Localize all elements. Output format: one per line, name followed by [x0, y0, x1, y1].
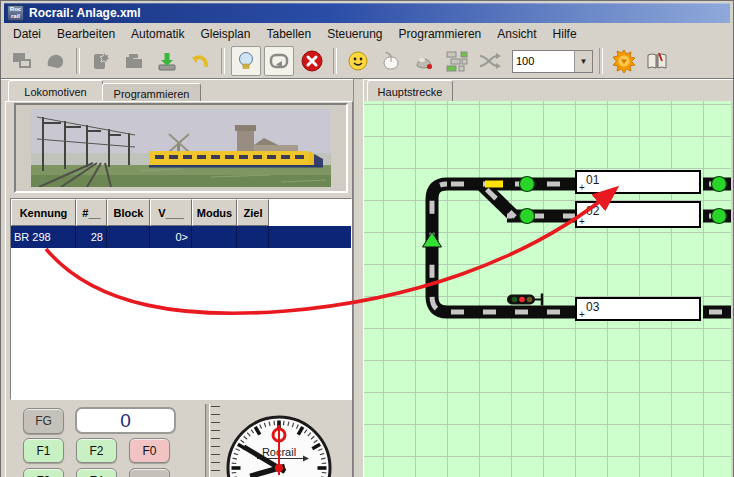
col-nr[interactable]: #__: [76, 199, 107, 226]
cell-modus: [192, 226, 237, 248]
slider-track[interactable]: [205, 404, 210, 477]
toolbar-divider: [1, 78, 733, 80]
menu-programmieren[interactable]: Programmieren: [391, 25, 490, 43]
menu-ansicht[interactable]: Ansicht: [489, 25, 544, 43]
new-file-icon[interactable]: [86, 46, 116, 76]
shuffle-icon[interactable]: [475, 46, 505, 76]
f3-button[interactable]: F3: [23, 468, 64, 477]
toolbar-separator: [76, 48, 80, 74]
block-03[interactable]: 03 +: [575, 297, 701, 321]
fast-clock: Rocrail: [223, 412, 335, 477]
menu-steuerung[interactable]: Steuerung: [319, 25, 390, 43]
fg-button[interactable]: FG: [23, 408, 64, 434]
f2-button[interactable]: F2: [76, 438, 117, 463]
main-toolbar: ▼: [5, 45, 729, 77]
block-02-plus: +: [579, 216, 585, 227]
power-lamp-icon[interactable]: [231, 46, 261, 76]
speed-slider[interactable]: [203, 404, 221, 477]
toolbar-separator: [333, 48, 337, 74]
block-01-plus: +: [579, 182, 585, 193]
loco-image-frame: [14, 103, 348, 193]
loco-table-header: Kennung #__ Block V___ Modus Ziel: [11, 199, 351, 226]
tab-programmieren-label: Programmieren: [114, 88, 190, 100]
track-plan-canvas[interactable]: [364, 101, 731, 477]
ghost-mouse-icon[interactable]: [409, 46, 439, 76]
next-functions-button[interactable]: >>: [129, 468, 170, 477]
smiley-icon[interactable]: [343, 46, 373, 76]
block-03-label: 03: [586, 300, 599, 314]
menu-datei[interactable]: Datei: [5, 25, 49, 43]
tab-lokomotiven-label: Lokomotiven: [24, 86, 86, 98]
tab-programmieren[interactable]: Programmieren: [102, 83, 201, 103]
col-block[interactable]: Block: [107, 199, 150, 226]
menu-gleisplan[interactable]: Gleisplan: [192, 25, 258, 43]
tab-hauptstrecke[interactable]: Hauptstrecke: [367, 80, 453, 103]
menu-bar: Datei Bearbeiten Automatik Gleisplan Tab…: [5, 24, 729, 44]
panel-splitter[interactable]: [353, 79, 364, 477]
help-book-icon[interactable]: [642, 46, 672, 76]
workspace-icon[interactable]: [7, 46, 37, 76]
loco-row-br298[interactable]: BR 298 28 0>: [11, 226, 351, 248]
block-01[interactable]: 01 +: [575, 170, 701, 194]
col-kennung[interactable]: Kennung: [11, 199, 76, 226]
power-icon[interactable]: [40, 46, 70, 76]
properties-sun-icon[interactable]: [609, 46, 639, 76]
menu-hilfe[interactable]: Hilfe: [545, 25, 585, 43]
speed-display: 0: [75, 407, 176, 434]
zoom-combobox[interactable]: ▼: [512, 50, 593, 73]
block-03-plus: +: [579, 309, 585, 320]
mouse-icon[interactable]: [376, 46, 406, 76]
f1-button[interactable]: F1: [23, 438, 64, 463]
loco-table: Kennung #__ Block V___ Modus Ziel BR 298…: [10, 198, 352, 400]
cell-nr: 28: [76, 226, 107, 248]
block-02-label: 02: [586, 204, 599, 218]
col-v[interactable]: V___: [150, 199, 192, 226]
cell-ziel: [237, 226, 269, 248]
auto-loop-icon[interactable]: [264, 46, 294, 76]
zoom-dropdown-arrow[interactable]: ▼: [574, 51, 592, 72]
cell-block: [107, 226, 150, 248]
cell-v: 0>: [150, 226, 192, 248]
tab-hauptstrecke-label: Hauptstrecke: [378, 86, 443, 98]
f4-button[interactable]: F4: [76, 468, 117, 477]
toolbar-separator: [221, 48, 225, 74]
menu-bearbeiten[interactable]: Bearbeiten: [49, 25, 123, 43]
title-bar[interactable]: Rocrail Rocrail: Anlage.xml: [4, 3, 730, 23]
save-icon[interactable]: [152, 46, 182, 76]
window-title: Rocrail: Anlage.xml: [29, 6, 141, 20]
loco-preview-image: [31, 109, 331, 187]
block-02[interactable]: 02 +: [575, 201, 701, 228]
rocrail-window: Rocrail Rocrail: Anlage.xml Datei Bearbe…: [0, 0, 734, 477]
app-icon: Rocrail: [7, 5, 24, 21]
menu-automatik[interactable]: Automatik: [123, 25, 192, 43]
col-ziel[interactable]: Ziel: [237, 199, 269, 226]
block-01-label: 01: [586, 173, 599, 187]
toolbar-separator: [599, 48, 603, 74]
undo-icon[interactable]: [185, 46, 215, 76]
emergency-stop-icon[interactable]: [297, 46, 327, 76]
f0-button[interactable]: F0: [129, 438, 170, 463]
open-file-icon[interactable]: [119, 46, 149, 76]
routes-icon[interactable]: [442, 46, 472, 76]
slider-ticks: [211, 406, 220, 477]
zoom-input[interactable]: [513, 51, 574, 72]
cell-kennung: BR 298: [11, 226, 76, 248]
menu-tabellen[interactable]: Tabellen: [258, 25, 319, 43]
tab-lokomotiven[interactable]: Lokomotiven: [8, 80, 103, 103]
col-modus[interactable]: Modus: [192, 199, 237, 226]
